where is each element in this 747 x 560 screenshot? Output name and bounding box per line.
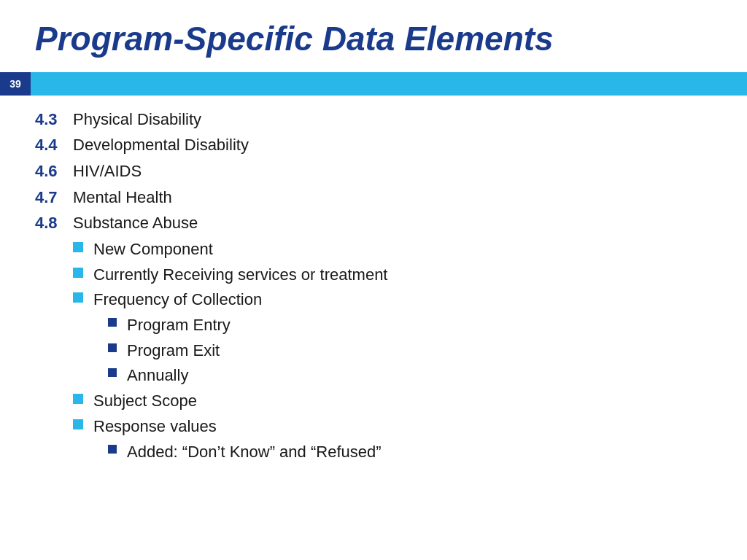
bullet-text-program-exit: Program Exit — [127, 340, 220, 362]
bullet-frequency: Frequency of Collection — [35, 289, 712, 311]
bullet-program-entry: Program Entry — [35, 314, 712, 336]
bullet-icon-l1-4 — [73, 394, 83, 404]
item-label-4-4: Developmental Disability — [73, 134, 249, 156]
bullet-icon-l1-1 — [73, 242, 83, 252]
bullet-response-values: Response values — [35, 416, 712, 438]
slide-title: Program-Specific Data Elements — [35, 20, 712, 58]
list-item-4-3: 4.3 Physical Disability — [35, 109, 712, 131]
bullet-icon-l2-2 — [108, 343, 117, 352]
bullet-program-exit: Program Exit — [35, 340, 712, 362]
list-item-4-6: 4.6 HIV/AIDS — [35, 160, 712, 182]
bullet-icon-l2-4 — [108, 445, 117, 454]
slide-number-bar: 39 — [0, 72, 747, 96]
item-num-4-8: 4.8 — [35, 212, 73, 234]
item-num-4-3: 4.3 — [35, 109, 73, 131]
bullet-annually: Annually — [35, 365, 712, 386]
item-label-4-7: Mental Health — [73, 187, 172, 209]
item-num-4-6: 4.6 — [35, 160, 73, 182]
bullet-text-annually: Annually — [127, 365, 188, 386]
bullet-text-new-component: New Component — [93, 238, 213, 260]
bullet-icon-l2-3 — [108, 368, 117, 377]
bullet-currently-receiving: Currently Receiving services or treatmen… — [35, 264, 712, 286]
bullet-icon-l2-1 — [108, 318, 117, 327]
item-num-4-4: 4.4 — [35, 134, 73, 156]
bullet-subject-scope: Subject Scope — [35, 390, 712, 412]
list-item-4-4: 4.4 Developmental Disability — [35, 134, 712, 156]
bullet-icon-l1-2 — [73, 268, 83, 278]
bullet-text-subject-scope: Subject Scope — [93, 390, 197, 412]
bullet-icon-l1-3 — [73, 292, 83, 303]
title-area: Program-Specific Data Elements — [0, 0, 747, 72]
bullet-new-component: New Component — [35, 238, 712, 260]
bullet-added-dontknow: Added: “Don’t Know” and “Refused” — [35, 441, 712, 463]
list-item-4-8: 4.8 Substance Abuse — [35, 212, 712, 234]
list-item-4-7: 4.7 Mental Health — [35, 187, 712, 209]
bullet-text-currently-receiving: Currently Receiving services or treatmen… — [93, 264, 387, 286]
slide: Program-Specific Data Elements 39 4.3 Ph… — [0, 0, 747, 560]
bullet-text-added-dontknow: Added: “Don’t Know” and “Refused” — [127, 441, 382, 463]
bullet-text-program-entry: Program Entry — [127, 314, 231, 336]
item-label-4-8: Substance Abuse — [73, 212, 198, 234]
slide-number: 39 — [0, 72, 31, 96]
bullet-icon-l1-5 — [73, 419, 83, 429]
item-label-4-3: Physical Disability — [73, 109, 201, 131]
item-label-4-6: HIV/AIDS — [73, 160, 142, 182]
bullet-text-frequency: Frequency of Collection — [93, 289, 262, 311]
bullet-text-response-values: Response values — [93, 416, 217, 438]
content-area: 4.3 Physical Disability 4.4 Developmenta… — [0, 109, 747, 463]
item-num-4-7: 4.7 — [35, 187, 73, 209]
